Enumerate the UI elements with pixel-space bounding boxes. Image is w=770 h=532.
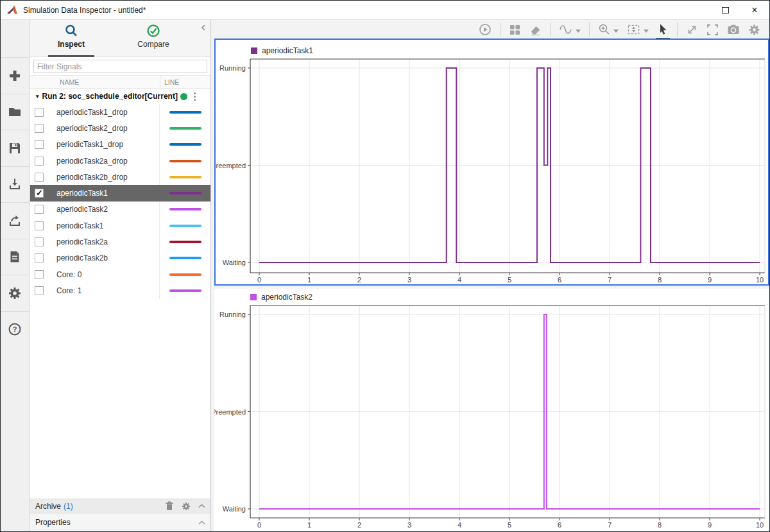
x-tick-label: 0 <box>257 276 261 284</box>
tab-compare[interactable]: Compare <box>112 24 194 56</box>
signal-row[interactable]: aperiodicTask1 <box>30 185 210 201</box>
signal-line-swatch[interactable] <box>169 127 201 130</box>
signal-row[interactable]: aperiodicTask2 <box>30 202 210 218</box>
chart-plot[interactable]: 012345678910WaitingPreemptedRunning <box>216 40 768 284</box>
chevron-down-icon <box>644 30 649 33</box>
chevron-down-icon <box>613 30 619 33</box>
collapse-archive-chevron-icon[interactable] <box>198 504 205 508</box>
run-group-header[interactable]: ▾ Run 2: soc_schedule_editor[Current] <box>30 89 210 104</box>
signal-line-swatch[interactable] <box>169 257 201 259</box>
signal-checkbox[interactable] <box>35 253 44 262</box>
signal-row[interactable]: periodicTask1_drop <box>30 137 210 153</box>
signal-checkbox[interactable] <box>35 221 44 230</box>
signal-line-swatch[interactable] <box>169 289 201 292</box>
signal-row[interactable]: Core: 0 <box>30 266 210 282</box>
pointer-button[interactable] <box>657 23 669 36</box>
maximize-button[interactable] <box>710 1 740 20</box>
collapse-properties-chevron-icon[interactable] <box>198 520 205 525</box>
signal-checkbox[interactable] <box>35 270 44 279</box>
signal-browser-panel: Inspect Compare NAME LINE ▾ Run 2: soc_s… <box>30 20 211 531</box>
signal-checkbox[interactable] <box>35 286 44 295</box>
signal-line-swatch[interactable] <box>169 273 201 276</box>
signal-row[interactable]: periodicTask2b <box>30 250 210 266</box>
export-button[interactable] <box>1 202 29 239</box>
close-icon: × <box>751 5 757 15</box>
signal-checkbox[interactable] <box>35 205 44 214</box>
signal-line-swatch[interactable] <box>169 192 201 194</box>
create-report-button[interactable] <box>1 239 29 275</box>
eraser-icon <box>529 24 542 36</box>
span-signals-button[interactable] <box>686 24 698 36</box>
y-tick-label: Waiting <box>223 259 246 266</box>
x-tick-label: 7 <box>608 521 612 529</box>
clear-subplots-button[interactable] <box>529 24 542 36</box>
fit-to-view-button[interactable] <box>627 23 649 36</box>
x-tick-label: 2 <box>357 276 361 284</box>
column-header-line: LINE <box>160 76 179 88</box>
chart-plot[interactable]: 012345678910WaitingPreemptedRunning <box>214 289 769 531</box>
signal-checkbox[interactable] <box>35 173 44 182</box>
add-run-button[interactable] <box>1 57 29 94</box>
signal-name: aperiodicTask1_drop <box>44 108 159 117</box>
filter-row <box>30 57 210 75</box>
signal-row[interactable]: Core: 1 <box>30 282 210 298</box>
close-button[interactable]: × <box>740 1 769 20</box>
signal-checkbox[interactable] <box>35 157 44 166</box>
open-button[interactable] <box>1 94 29 130</box>
zoom-button[interactable] <box>598 23 619 36</box>
signal-checkbox[interactable] <box>35 124 44 133</box>
signal-checkbox[interactable] <box>35 237 44 246</box>
snapshot-button[interactable] <box>727 24 740 35</box>
replay-button[interactable] <box>479 23 492 36</box>
signal-row[interactable]: periodicTask1 <box>30 218 210 234</box>
run-menu-kebab-icon[interactable] <box>193 91 197 102</box>
x-tick-label: 7 <box>608 276 612 284</box>
subplots-button[interactable] <box>509 24 521 36</box>
fullscreen-brackets-icon <box>706 24 719 36</box>
save-icon <box>8 141 22 155</box>
signal-row[interactable]: periodicTask2a_drop <box>30 153 210 169</box>
trash-icon[interactable] <box>165 501 174 511</box>
left-toolbar-rail: ? <box>1 20 30 531</box>
x-tick-label: 3 <box>407 521 411 529</box>
check-circle-icon <box>146 24 160 38</box>
signal-checkbox[interactable] <box>35 108 44 117</box>
signal-row[interactable]: aperiodicTask2_drop <box>30 120 210 136</box>
signal-row[interactable]: periodicTask2b_drop <box>30 169 210 185</box>
signal-line-swatch[interactable] <box>169 176 201 178</box>
preferences-button[interactable] <box>1 275 29 311</box>
signal-row[interactable]: aperiodicTask1_drop <box>30 104 210 120</box>
subplot-aperiodicTask2[interactable]: aperiodicTask2 012345678910WaitingPreemp… <box>214 289 769 531</box>
diagonal-arrows-icon <box>686 24 698 36</box>
signal-line-swatch[interactable] <box>169 143 201 146</box>
run-collapse-caret-icon[interactable]: ▾ <box>36 93 39 99</box>
y-tick-label: Preempted <box>214 408 246 416</box>
help-button[interactable]: ? <box>1 311 29 348</box>
fullscreen-button[interactable] <box>706 24 719 36</box>
svg-text:?: ? <box>13 325 17 333</box>
subplot-aperiodicTask1[interactable]: aperiodicTask1 012345678910WaitingPreemp… <box>214 39 769 286</box>
properties-section-header[interactable]: Properties <box>30 513 210 531</box>
filter-signals-input[interactable] <box>33 60 207 73</box>
signal-line-swatch[interactable] <box>169 111 201 114</box>
signal-options-button[interactable] <box>559 23 581 36</box>
signal-line-swatch[interactable] <box>169 225 201 227</box>
archive-settings-gear-icon[interactable] <box>182 502 191 511</box>
plot-area: aperiodicTask1 012345678910WaitingPreemp… <box>212 20 769 531</box>
signal-row[interactable]: periodicTask2a <box>30 234 210 250</box>
archive-section-header[interactable]: Archive (1) <box>30 499 210 513</box>
y-tick-label: Preempted <box>216 162 246 169</box>
signal-checkbox[interactable] <box>35 189 44 198</box>
replay-icon <box>479 23 492 36</box>
signal-line-swatch[interactable] <box>169 208 201 210</box>
tab-inspect[interactable]: Inspect <box>30 24 112 56</box>
plot-settings-button[interactable] <box>748 24 760 36</box>
toolbar-separator <box>500 22 501 37</box>
signal-line-swatch[interactable] <box>169 160 201 162</box>
signal-line-swatch[interactable] <box>169 241 201 243</box>
import-icon <box>8 177 22 191</box>
signal-checkbox[interactable] <box>35 140 44 149</box>
save-button[interactable] <box>1 130 29 166</box>
import-button[interactable] <box>1 166 29 203</box>
collapse-panel-icon[interactable] <box>200 24 207 31</box>
